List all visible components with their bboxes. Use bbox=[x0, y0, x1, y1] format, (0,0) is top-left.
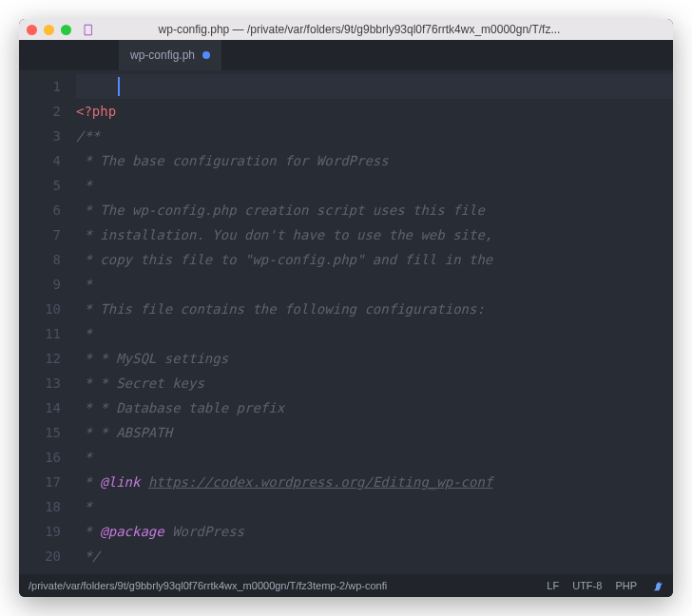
line-number: 18 bbox=[19, 494, 76, 519]
code-line[interactable]: * @package WordPress bbox=[76, 519, 673, 544]
line-number: 17 bbox=[19, 470, 76, 494]
file-php-icon bbox=[83, 24, 95, 36]
svg-point-2 bbox=[660, 583, 661, 584]
code-line[interactable]: * This file contains the following confi… bbox=[76, 297, 673, 321]
code-line[interactable]: * bbox=[76, 272, 673, 297]
status-bar: /private/var/folders/9t/g9bbrly93ql0f76r… bbox=[19, 574, 673, 597]
code-line[interactable]: * bbox=[76, 173, 673, 198]
code-line[interactable]: */ bbox=[76, 544, 673, 568]
code-line[interactable]: <?php bbox=[76, 99, 673, 124]
status-line-ending[interactable]: LF bbox=[547, 580, 559, 591]
code-line[interactable]: * * MySQL settings bbox=[76, 346, 673, 371]
code-line[interactable]: * The wp-config.php creation script uses… bbox=[76, 198, 673, 222]
minimize-window-button[interactable] bbox=[44, 25, 54, 35]
code-area[interactable]: <?php/** * The base configuration for Wo… bbox=[76, 70, 673, 574]
code-line[interactable]: * installation. You don't have to use th… bbox=[76, 222, 673, 247]
code-line[interactable] bbox=[76, 568, 673, 574]
line-number: 13 bbox=[19, 371, 76, 395]
code-line[interactable]: * copy this file to "wp-config.php" and … bbox=[76, 247, 673, 272]
window-title: wp-config.php — /private/var/folders/9t/… bbox=[101, 23, 665, 36]
maximize-window-button[interactable] bbox=[61, 25, 71, 35]
status-encoding[interactable]: UTF-8 bbox=[572, 580, 602, 591]
code-line[interactable]: * @link https://codex.wordpress.org/Edit… bbox=[76, 470, 673, 494]
window-controls bbox=[27, 25, 71, 35]
line-number: 1 bbox=[19, 74, 76, 99]
active-line-highlight bbox=[76, 74, 673, 99]
code-line[interactable]: * * ABSPATH bbox=[76, 420, 673, 445]
line-number: 8 bbox=[19, 247, 76, 272]
tab-modified-icon bbox=[202, 51, 210, 59]
tab-bar: wp-config.ph bbox=[19, 40, 673, 70]
line-number: 3 bbox=[19, 124, 76, 148]
code-line[interactable]: * * Database table prefix bbox=[76, 395, 673, 420]
code-line[interactable]: * * Secret keys bbox=[76, 371, 673, 395]
titlebar[interactable]: wp-config.php — /private/var/folders/9t/… bbox=[19, 19, 673, 40]
line-number: 9 bbox=[19, 272, 76, 297]
tab-wp-config[interactable]: wp-config.ph bbox=[119, 40, 221, 70]
squirrel-icon[interactable] bbox=[650, 579, 663, 592]
line-number: 20 bbox=[19, 544, 76, 568]
status-file-path[interactable]: /private/var/folders/9t/g9bbrly93ql0f76r… bbox=[29, 580, 533, 591]
close-window-button[interactable] bbox=[27, 25, 37, 35]
status-language[interactable]: PHP bbox=[615, 580, 637, 591]
line-number: 7 bbox=[19, 222, 76, 247]
editor-area[interactable]: 123456789101112131415161718192021 <?php/… bbox=[19, 70, 673, 574]
line-gutter: 123456789101112131415161718192021 bbox=[19, 70, 76, 574]
code-line[interactable]: * bbox=[76, 445, 673, 470]
svg-rect-1 bbox=[85, 25, 91, 34]
code-line[interactable]: /** bbox=[76, 124, 673, 148]
editor-window: wp-config.php — /private/var/folders/9t/… bbox=[19, 19, 673, 597]
line-number: 19 bbox=[19, 519, 76, 544]
line-number: 15 bbox=[19, 420, 76, 445]
line-number: 2 bbox=[19, 99, 76, 124]
tab-label: wp-config.ph bbox=[130, 48, 195, 62]
code-line[interactable]: * bbox=[76, 494, 673, 519]
line-number: 5 bbox=[19, 173, 76, 198]
line-number: 10 bbox=[19, 297, 76, 321]
text-cursor bbox=[118, 77, 120, 96]
line-number: 12 bbox=[19, 346, 76, 371]
line-number: 4 bbox=[19, 148, 76, 173]
code-line[interactable]: * The base configuration for WordPress bbox=[76, 148, 673, 173]
line-number: 16 bbox=[19, 445, 76, 470]
line-number: 14 bbox=[19, 395, 76, 420]
code-line[interactable]: * bbox=[76, 321, 673, 346]
line-number: 6 bbox=[19, 198, 76, 222]
line-number: 11 bbox=[19, 321, 76, 346]
